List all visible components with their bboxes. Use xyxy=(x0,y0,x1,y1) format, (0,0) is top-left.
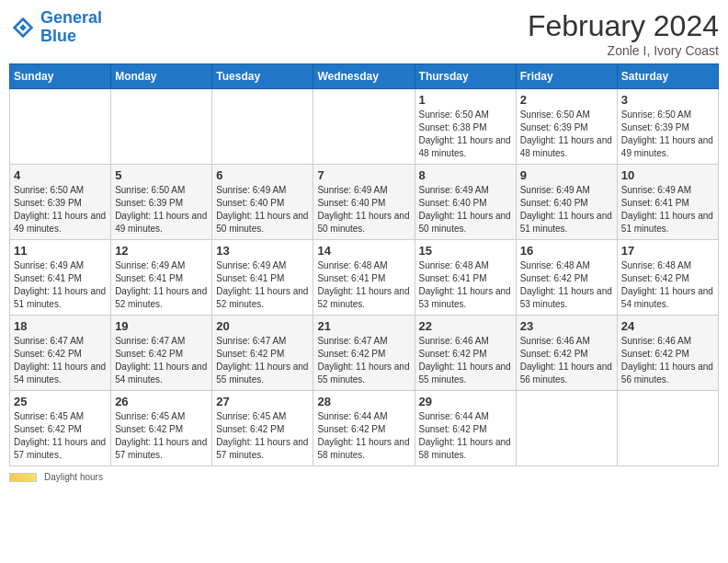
day-number: 19 xyxy=(115,319,208,333)
calendar-day-cell: 25Sunrise: 6:45 AM Sunset: 6:42 PM Dayli… xyxy=(10,391,111,466)
calendar-day-cell xyxy=(516,391,617,466)
day-info: Sunrise: 6:47 AM Sunset: 6:42 PM Dayligh… xyxy=(216,335,309,386)
day-number: 25 xyxy=(14,395,107,408)
day-number: 15 xyxy=(419,244,512,258)
calendar-day-cell: 15Sunrise: 6:48 AM Sunset: 6:41 PM Dayli… xyxy=(415,240,516,316)
logo-general: General xyxy=(40,8,102,27)
day-of-week-header: Wednesday xyxy=(313,64,415,89)
day-info: Sunrise: 6:44 AM Sunset: 6:42 PM Dayligh… xyxy=(419,410,512,462)
calendar-day-cell xyxy=(10,89,111,165)
day-number: 8 xyxy=(419,168,512,182)
logo-blue: Blue xyxy=(40,27,76,45)
day-info: Sunrise: 6:45 AM Sunset: 6:42 PM Dayligh… xyxy=(115,410,208,462)
calendar-day-cell: 2Sunrise: 6:50 AM Sunset: 6:39 PM Daylig… xyxy=(516,89,617,165)
day-of-week-header: Friday xyxy=(516,64,617,89)
calendar-day-cell: 21Sunrise: 6:47 AM Sunset: 6:42 PM Dayli… xyxy=(313,316,415,391)
calendar-day-cell: 16Sunrise: 6:48 AM Sunset: 6:42 PM Dayli… xyxy=(516,240,617,316)
day-of-week-header: Thursday xyxy=(415,64,516,89)
calendar-day-cell: 28Sunrise: 6:44 AM Sunset: 6:42 PM Dayli… xyxy=(313,391,415,466)
calendar-day-cell xyxy=(111,89,212,165)
location-subtitle: Zonle I, Ivory Coast xyxy=(528,43,719,58)
day-number: 13 xyxy=(216,244,309,258)
day-info: Sunrise: 6:50 AM Sunset: 6:38 PM Dayligh… xyxy=(419,109,512,160)
daylight-bar-icon xyxy=(9,473,37,482)
calendar-day-cell: 3Sunrise: 6:50 AM Sunset: 6:39 PM Daylig… xyxy=(617,89,718,165)
day-info: Sunrise: 6:48 AM Sunset: 6:42 PM Dayligh… xyxy=(520,259,613,311)
calendar-day-cell: 18Sunrise: 6:47 AM Sunset: 6:42 PM Dayli… xyxy=(10,316,111,391)
day-number: 7 xyxy=(317,168,410,182)
day-info: Sunrise: 6:49 AM Sunset: 6:40 PM Dayligh… xyxy=(419,184,512,236)
day-info: Sunrise: 6:45 AM Sunset: 6:42 PM Dayligh… xyxy=(216,410,309,462)
calendar-day-cell: 11Sunrise: 6:49 AM Sunset: 6:41 PM Dayli… xyxy=(10,240,111,316)
day-number: 29 xyxy=(419,395,512,408)
day-number: 17 xyxy=(621,244,714,258)
calendar-day-cell: 12Sunrise: 6:49 AM Sunset: 6:41 PM Dayli… xyxy=(111,240,212,316)
day-info: Sunrise: 6:49 AM Sunset: 6:40 PM Dayligh… xyxy=(520,184,613,236)
day-info: Sunrise: 6:46 AM Sunset: 6:42 PM Dayligh… xyxy=(520,335,613,386)
day-info: Sunrise: 6:47 AM Sunset: 6:42 PM Dayligh… xyxy=(317,335,410,386)
day-info: Sunrise: 6:49 AM Sunset: 6:40 PM Dayligh… xyxy=(216,184,309,236)
calendar-day-cell: 27Sunrise: 6:45 AM Sunset: 6:42 PM Dayli… xyxy=(212,391,313,466)
day-number: 2 xyxy=(520,93,613,107)
day-info: Sunrise: 6:49 AM Sunset: 6:41 PM Dayligh… xyxy=(14,259,107,311)
calendar-day-cell: 4Sunrise: 6:50 AM Sunset: 6:39 PM Daylig… xyxy=(10,165,111,240)
calendar-day-cell: 7Sunrise: 6:49 AM Sunset: 6:40 PM Daylig… xyxy=(313,165,415,240)
day-number: 6 xyxy=(216,168,309,182)
calendar-day-cell: 19Sunrise: 6:47 AM Sunset: 6:42 PM Dayli… xyxy=(111,316,212,391)
calendar-week-row: 1Sunrise: 6:50 AM Sunset: 6:38 PM Daylig… xyxy=(10,89,719,165)
calendar-day-cell: 8Sunrise: 6:49 AM Sunset: 6:40 PM Daylig… xyxy=(415,165,516,240)
calendar-day-cell: 23Sunrise: 6:46 AM Sunset: 6:42 PM Dayli… xyxy=(516,316,617,391)
day-info: Sunrise: 6:49 AM Sunset: 6:40 PM Dayligh… xyxy=(317,184,410,236)
calendar-header-row: SundayMondayTuesdayWednesdayThursdayFrid… xyxy=(10,64,719,89)
day-info: Sunrise: 6:44 AM Sunset: 6:42 PM Dayligh… xyxy=(317,410,410,462)
calendar-week-row: 11Sunrise: 6:49 AM Sunset: 6:41 PM Dayli… xyxy=(10,240,719,316)
day-number: 23 xyxy=(520,319,613,333)
day-info: Sunrise: 6:50 AM Sunset: 6:39 PM Dayligh… xyxy=(520,109,613,160)
calendar-day-cell: 20Sunrise: 6:47 AM Sunset: 6:42 PM Dayli… xyxy=(212,316,313,391)
calendar-day-cell: 10Sunrise: 6:49 AM Sunset: 6:41 PM Dayli… xyxy=(617,165,718,240)
calendar-week-row: 25Sunrise: 6:45 AM Sunset: 6:42 PM Dayli… xyxy=(10,391,719,466)
day-number: 11 xyxy=(14,244,107,258)
title-area: February 2024 Zonle I, Ivory Coast xyxy=(528,9,719,58)
day-info: Sunrise: 6:49 AM Sunset: 6:41 PM Dayligh… xyxy=(115,259,208,311)
calendar-day-cell: 22Sunrise: 6:46 AM Sunset: 6:42 PM Dayli… xyxy=(415,316,516,391)
day-info: Sunrise: 6:47 AM Sunset: 6:42 PM Dayligh… xyxy=(115,335,208,386)
day-of-week-header: Tuesday xyxy=(212,64,313,89)
day-of-week-header: Monday xyxy=(111,64,212,89)
day-info: Sunrise: 6:45 AM Sunset: 6:42 PM Dayligh… xyxy=(14,410,107,462)
day-number: 24 xyxy=(621,319,714,333)
logo-text: General Blue xyxy=(40,9,102,46)
calendar-day-cell: 13Sunrise: 6:49 AM Sunset: 6:41 PM Dayli… xyxy=(212,240,313,316)
day-info: Sunrise: 6:46 AM Sunset: 6:42 PM Dayligh… xyxy=(621,335,714,386)
day-number: 18 xyxy=(14,319,107,333)
daylight-label: Daylight hours xyxy=(44,472,103,482)
day-info: Sunrise: 6:46 AM Sunset: 6:42 PM Dayligh… xyxy=(419,335,512,386)
calendar-day-cell: 6Sunrise: 6:49 AM Sunset: 6:40 PM Daylig… xyxy=(212,165,313,240)
calendar-week-row: 18Sunrise: 6:47 AM Sunset: 6:42 PM Dayli… xyxy=(10,316,719,391)
calendar-day-cell: 1Sunrise: 6:50 AM Sunset: 6:38 PM Daylig… xyxy=(415,89,516,165)
calendar-day-cell: 17Sunrise: 6:48 AM Sunset: 6:42 PM Dayli… xyxy=(617,240,718,316)
day-number: 22 xyxy=(419,319,512,333)
header: General Blue February 2024 Zonle I, Ivor… xyxy=(9,9,719,58)
day-number: 16 xyxy=(520,244,613,258)
calendar-day-cell: 5Sunrise: 6:50 AM Sunset: 6:39 PM Daylig… xyxy=(111,165,212,240)
day-info: Sunrise: 6:50 AM Sunset: 6:39 PM Dayligh… xyxy=(621,109,714,160)
day-of-week-header: Sunday xyxy=(10,64,111,89)
calendar-day-cell xyxy=(313,89,415,165)
calendar-table: SundayMondayTuesdayWednesdayThursdayFrid… xyxy=(9,63,719,466)
day-number: 20 xyxy=(216,319,309,333)
day-number: 3 xyxy=(621,93,714,107)
calendar-day-cell xyxy=(212,89,313,165)
calendar-day-cell: 9Sunrise: 6:49 AM Sunset: 6:40 PM Daylig… xyxy=(516,165,617,240)
calendar-day-cell: 14Sunrise: 6:48 AM Sunset: 6:41 PM Dayli… xyxy=(313,240,415,316)
day-info: Sunrise: 6:49 AM Sunset: 6:41 PM Dayligh… xyxy=(216,259,309,311)
day-number: 12 xyxy=(115,244,208,258)
day-info: Sunrise: 6:50 AM Sunset: 6:39 PM Dayligh… xyxy=(115,184,208,236)
day-info: Sunrise: 6:50 AM Sunset: 6:39 PM Dayligh… xyxy=(14,184,107,236)
day-number: 4 xyxy=(14,168,107,182)
logo: General Blue xyxy=(9,9,102,46)
logo-icon xyxy=(9,14,37,41)
day-info: Sunrise: 6:48 AM Sunset: 6:41 PM Dayligh… xyxy=(317,259,410,311)
day-number: 10 xyxy=(621,168,714,182)
day-number: 28 xyxy=(317,395,410,408)
